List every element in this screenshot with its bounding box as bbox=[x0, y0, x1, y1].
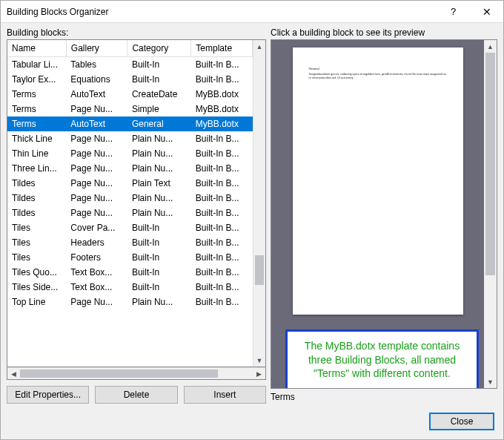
table-row[interactable]: Tiles Quo...Text Box...Built-InBuilt-In … bbox=[7, 265, 253, 280]
table-row[interactable]: TildesPage Nu...Plain TextBuilt-In B... bbox=[7, 176, 253, 191]
table-cell: Page Nu... bbox=[66, 161, 127, 176]
table-cell: Tiles bbox=[7, 235, 66, 250]
table-cell: Text Box... bbox=[66, 280, 127, 295]
scroll-down-icon[interactable]: ▼ bbox=[484, 375, 497, 388]
table-cell: Page Nu... bbox=[66, 146, 127, 161]
table-cell: Text Box... bbox=[66, 265, 127, 280]
table-cell: Built-In B... bbox=[191, 72, 253, 87]
column-header[interactable]: Gallery bbox=[66, 40, 127, 57]
table-cell: Cover Pa... bbox=[66, 220, 127, 235]
table-row[interactable]: Tabular Li...TablesBuilt-InBuilt-In B... bbox=[7, 57, 253, 73]
table-cell: Built-In bbox=[127, 280, 191, 295]
dialog-window: Building Blocks Organizer ? ✕ Building b… bbox=[0, 0, 504, 440]
table-cell: Built-In bbox=[127, 57, 191, 73]
help-button[interactable]: ? bbox=[437, 1, 470, 23]
table-cell: Page Nu... bbox=[66, 176, 127, 191]
scroll-up-icon[interactable]: ▲ bbox=[484, 40, 497, 53]
column-header[interactable]: Category bbox=[127, 40, 191, 57]
vertical-scrollbar[interactable]: ▲ ▼ bbox=[253, 40, 265, 367]
table-cell: Built-In B... bbox=[191, 250, 253, 265]
table-row[interactable]: Three Lin...Page Nu...Plain Nu...Built-I… bbox=[7, 161, 253, 176]
table-cell: Built-In B... bbox=[191, 57, 253, 73]
table-cell: Plain Nu... bbox=[127, 206, 191, 220]
edit-properties-button[interactable]: Edit Properties... bbox=[7, 386, 89, 404]
table-cell: Simple bbox=[127, 102, 191, 116]
close-window-button[interactable]: ✕ bbox=[470, 1, 503, 23]
scroll-down-icon[interactable]: ▼ bbox=[253, 354, 265, 367]
table-row[interactable]: Top LinePage Nu...Plain Nu...Built-In B.… bbox=[7, 295, 253, 309]
table-cell: Page Nu... bbox=[66, 131, 127, 146]
table-cell: Footers bbox=[66, 250, 127, 265]
table-cell: CreateDate bbox=[127, 87, 191, 102]
close-button[interactable]: Close bbox=[429, 413, 494, 430]
table-cell: Thin Line bbox=[7, 146, 66, 161]
table-cell: Built-In B... bbox=[191, 235, 253, 250]
table-cell: Built-In bbox=[127, 265, 191, 280]
table-cell: Built-In bbox=[127, 235, 191, 250]
table-cell: MyBB.dotx bbox=[191, 102, 253, 116]
scroll-thumb[interactable] bbox=[485, 53, 495, 275]
table-row[interactable]: Thin LinePage Nu...Plain Nu...Built-In B… bbox=[7, 146, 253, 161]
table-row[interactable]: Tiles Side...Text Box...Built-InBuilt-In… bbox=[7, 280, 253, 295]
table-cell: Tiles bbox=[7, 250, 66, 265]
table-cell: Taylor Ex... bbox=[7, 72, 66, 87]
table-cell: Built-In B... bbox=[191, 191, 253, 206]
preview-name: Terms bbox=[271, 392, 497, 404]
table-cell: Plain Nu... bbox=[127, 161, 191, 176]
table-cell: Plain Nu... bbox=[127, 191, 191, 206]
column-header[interactable]: Template bbox=[191, 40, 253, 57]
table-row[interactable]: TilesFootersBuilt-InBuilt-In B... bbox=[7, 250, 253, 265]
table-row[interactable]: TermsAutoTextCreateDateMyBB.dotx bbox=[7, 87, 253, 102]
table-cell: Built-In B... bbox=[191, 176, 253, 191]
window-title: Building Blocks Organizer bbox=[7, 7, 437, 17]
table-row[interactable]: Taylor Ex...EquationsBuilt-InBuilt-In B.… bbox=[7, 72, 253, 87]
table-cell: Plain Nu... bbox=[127, 295, 191, 309]
table-cell: Three Lin... bbox=[7, 161, 66, 176]
horizontal-scrollbar[interactable]: ◀ ▶ bbox=[7, 367, 266, 380]
scroll-thumb[interactable] bbox=[255, 255, 264, 285]
table-row[interactable]: TermsAutoTextGeneralMyBB.dotx bbox=[7, 116, 253, 131]
delete-button[interactable]: Delete bbox=[95, 386, 177, 404]
table-cell: AutoText bbox=[66, 87, 127, 102]
column-header[interactable]: Name bbox=[7, 40, 66, 57]
action-buttons-row: Edit Properties... Delete Insert bbox=[7, 386, 266, 404]
table-cell: Built-In B... bbox=[191, 161, 253, 176]
table-row[interactable]: TilesCover Pa...Built-InBuilt-In B... bbox=[7, 220, 253, 235]
table-cell: Built-In B... bbox=[191, 220, 253, 235]
scroll-up-icon[interactable]: ▲ bbox=[253, 40, 265, 53]
scroll-right-icon[interactable]: ▶ bbox=[253, 368, 265, 379]
table-row[interactable]: Thick LinePage Nu...Plain Nu...Built-In … bbox=[7, 131, 253, 146]
preview-page-text: Sungratdasudaror guruca, codiacing uparu… bbox=[309, 73, 447, 81]
table-cell: Built-In bbox=[127, 250, 191, 265]
preview-page-heading: General bbox=[309, 67, 447, 71]
table-row[interactable]: TilesHeadersBuilt-InBuilt-In B... bbox=[7, 235, 253, 250]
table-row[interactable]: TildesPage Nu...Plain Nu...Built-In B... bbox=[7, 191, 253, 206]
table-cell: Terms bbox=[7, 116, 66, 131]
table-cell: Tiles bbox=[7, 220, 66, 235]
table-row[interactable]: TildesPage Nu...Plain Nu...Built-In B... bbox=[7, 206, 253, 220]
table-cell: Tildes bbox=[7, 206, 66, 220]
annotation-callout: The MyBB.dotx template contains three Bu… bbox=[285, 329, 479, 388]
building-blocks-table-scroll[interactable]: NameGalleryCategoryTemplate Tabular Li..… bbox=[7, 40, 253, 367]
callout-paragraph: The MyBB.dotx template contains three Bu… bbox=[296, 339, 468, 381]
insert-button[interactable]: Insert bbox=[184, 386, 266, 404]
table-header-row: NameGalleryCategoryTemplate bbox=[7, 40, 253, 57]
table-cell: Plain Nu... bbox=[127, 146, 191, 161]
table-cell: AutoText bbox=[66, 116, 127, 131]
preview-area: General Sungratdasudaror guruca, codiaci… bbox=[271, 40, 484, 388]
table-cell: Built-In B... bbox=[191, 265, 253, 280]
preview-label: Click a building block to see its previe… bbox=[271, 27, 497, 38]
table-cell: Terms bbox=[7, 102, 66, 116]
table-cell: Tildes bbox=[7, 191, 66, 206]
hscroll-thumb[interactable] bbox=[20, 370, 218, 378]
table-cell: Page Nu... bbox=[66, 102, 127, 116]
preview-container: General Sungratdasudaror guruca, codiaci… bbox=[271, 39, 497, 389]
table-cell: Built-In B... bbox=[191, 280, 253, 295]
table-cell: Page Nu... bbox=[66, 295, 127, 309]
titlebar: Building Blocks Organizer ? ✕ bbox=[1, 1, 503, 23]
table-row[interactable]: TermsPage Nu...SimpleMyBB.dotx bbox=[7, 102, 253, 116]
scroll-left-icon[interactable]: ◀ bbox=[7, 368, 20, 379]
building-blocks-table-container: NameGalleryCategoryTemplate Tabular Li..… bbox=[7, 39, 266, 367]
table-cell: Terms bbox=[7, 87, 66, 102]
preview-vertical-scrollbar[interactable]: ▲ ▼ bbox=[484, 40, 497, 388]
